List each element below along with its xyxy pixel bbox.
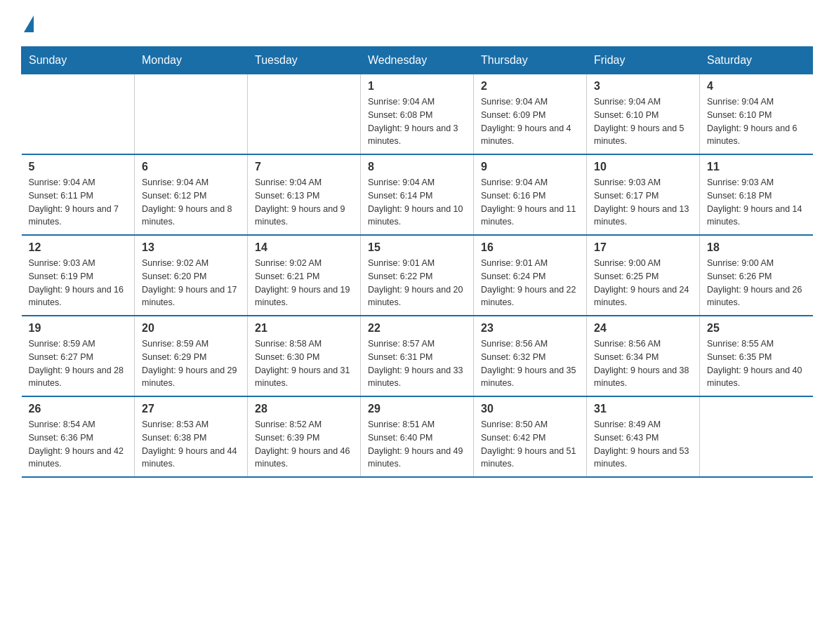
day-header-monday: Monday [135,47,248,74]
logo [21,14,34,32]
day-info: Sunrise: 9:02 AMSunset: 6:21 PMDaylight:… [255,257,353,309]
day-number: 14 [255,241,353,254]
day-number: 13 [142,241,240,254]
day-info: Sunrise: 9:01 AMSunset: 6:24 PMDaylight:… [481,257,579,309]
calendar-cell: 28Sunrise: 8:52 AMSunset: 6:39 PMDayligh… [248,396,361,477]
logo-triangle-icon [24,15,34,32]
day-number: 19 [29,322,128,335]
calendar-cell: 22Sunrise: 8:57 AMSunset: 6:31 PMDayligh… [361,316,474,396]
calendar-header: SundayMondayTuesdayWednesdayThursdayFrid… [22,47,813,74]
calendar-cell [135,74,248,155]
day-info: Sunrise: 9:04 AMSunset: 6:11 PMDaylight:… [29,176,128,229]
day-info: Sunrise: 8:56 AMSunset: 6:34 PMDaylight:… [594,337,692,390]
day-header-saturday: Saturday [700,47,813,74]
calendar-cell: 21Sunrise: 8:58 AMSunset: 6:30 PMDayligh… [248,316,361,396]
calendar-cell: 23Sunrise: 8:56 AMSunset: 6:32 PMDayligh… [474,316,587,396]
calendar-cell: 15Sunrise: 9:01 AMSunset: 6:22 PMDayligh… [361,235,474,316]
calendar-cell [22,74,135,155]
calendar-cell: 4Sunrise: 9:04 AMSunset: 6:10 PMDaylight… [700,74,813,155]
calendar-cell: 2Sunrise: 9:04 AMSunset: 6:09 PMDaylight… [474,74,587,155]
day-info: Sunrise: 8:59 AMSunset: 6:29 PMDaylight:… [142,337,240,390]
calendar-cell: 25Sunrise: 8:55 AMSunset: 6:35 PMDayligh… [700,316,813,396]
day-info: Sunrise: 9:04 AMSunset: 6:14 PMDaylight:… [368,176,466,229]
day-number: 2 [481,80,579,93]
day-number: 27 [142,403,240,415]
day-number: 12 [29,241,128,254]
day-number: 15 [368,241,466,254]
day-header-wednesday: Wednesday [361,47,474,74]
page-header [21,14,813,32]
calendar-cell: 26Sunrise: 8:54 AMSunset: 6:36 PMDayligh… [22,396,135,477]
day-info: Sunrise: 8:57 AMSunset: 6:31 PMDaylight:… [368,337,466,390]
day-info: Sunrise: 9:00 AMSunset: 6:25 PMDaylight:… [594,257,692,309]
day-header-thursday: Thursday [474,47,587,74]
calendar-cell: 12Sunrise: 9:03 AMSunset: 6:19 PMDayligh… [22,235,135,316]
day-number: 3 [594,80,692,93]
calendar-week-1: 5Sunrise: 9:04 AMSunset: 6:11 PMDaylight… [22,154,813,235]
calendar-cell: 18Sunrise: 9:00 AMSunset: 6:26 PMDayligh… [700,235,813,316]
calendar-cell: 19Sunrise: 8:59 AMSunset: 6:27 PMDayligh… [22,316,135,396]
header-row: SundayMondayTuesdayWednesdayThursdayFrid… [22,47,813,74]
day-info: Sunrise: 8:49 AMSunset: 6:43 PMDaylight:… [594,418,692,471]
calendar-cell: 6Sunrise: 9:04 AMSunset: 6:12 PMDaylight… [135,154,248,235]
day-number: 25 [707,322,806,335]
day-number: 31 [594,403,692,415]
calendar-table: SundayMondayTuesdayWednesdayThursdayFrid… [21,46,813,478]
day-info: Sunrise: 8:55 AMSunset: 6:35 PMDaylight:… [707,337,806,390]
day-number: 29 [368,403,466,415]
calendar-cell: 24Sunrise: 8:56 AMSunset: 6:34 PMDayligh… [587,316,700,396]
day-number: 20 [142,322,240,335]
day-info: Sunrise: 9:04 AMSunset: 6:08 PMDaylight:… [368,95,466,148]
day-info: Sunrise: 9:03 AMSunset: 6:18 PMDaylight:… [707,176,806,229]
day-number: 16 [481,241,579,254]
day-number: 18 [707,241,806,254]
day-header-friday: Friday [587,47,700,74]
day-number: 5 [29,161,128,173]
day-info: Sunrise: 8:52 AMSunset: 6:39 PMDaylight:… [255,418,353,471]
calendar-body: 1Sunrise: 9:04 AMSunset: 6:08 PMDaylight… [22,74,813,478]
day-info: Sunrise: 9:01 AMSunset: 6:22 PMDaylight:… [368,257,466,309]
day-info: Sunrise: 9:04 AMSunset: 6:10 PMDaylight:… [594,95,692,148]
day-header-tuesday: Tuesday [248,47,361,74]
day-number: 24 [594,322,692,335]
day-info: Sunrise: 8:53 AMSunset: 6:38 PMDaylight:… [142,418,240,471]
calendar-cell [248,74,361,155]
day-info: Sunrise: 9:04 AMSunset: 6:16 PMDaylight:… [481,176,579,229]
day-number: 26 [29,403,128,415]
calendar-cell: 5Sunrise: 9:04 AMSunset: 6:11 PMDaylight… [22,154,135,235]
calendar-cell: 30Sunrise: 8:50 AMSunset: 6:42 PMDayligh… [474,396,587,477]
day-number: 30 [481,403,579,415]
day-header-sunday: Sunday [22,47,135,74]
day-info: Sunrise: 9:04 AMSunset: 6:12 PMDaylight:… [142,176,240,229]
day-number: 28 [255,403,353,415]
calendar-cell: 9Sunrise: 9:04 AMSunset: 6:16 PMDaylight… [474,154,587,235]
calendar-cell: 31Sunrise: 8:49 AMSunset: 6:43 PMDayligh… [587,396,700,477]
day-number: 21 [255,322,353,335]
calendar-cell: 14Sunrise: 9:02 AMSunset: 6:21 PMDayligh… [248,235,361,316]
day-info: Sunrise: 8:58 AMSunset: 6:30 PMDaylight:… [255,337,353,390]
day-info: Sunrise: 8:51 AMSunset: 6:40 PMDaylight:… [368,418,466,471]
day-info: Sunrise: 9:04 AMSunset: 6:09 PMDaylight:… [481,95,579,148]
calendar-cell: 7Sunrise: 9:04 AMSunset: 6:13 PMDaylight… [248,154,361,235]
calendar-cell: 27Sunrise: 8:53 AMSunset: 6:38 PMDayligh… [135,396,248,477]
calendar-cell: 17Sunrise: 9:00 AMSunset: 6:25 PMDayligh… [587,235,700,316]
calendar-cell: 11Sunrise: 9:03 AMSunset: 6:18 PMDayligh… [700,154,813,235]
day-info: Sunrise: 9:00 AMSunset: 6:26 PMDaylight:… [707,257,806,309]
calendar-week-0: 1Sunrise: 9:04 AMSunset: 6:08 PMDaylight… [22,74,813,155]
day-number: 6 [142,161,240,173]
day-info: Sunrise: 8:56 AMSunset: 6:32 PMDaylight:… [481,337,579,390]
day-number: 10 [594,161,692,173]
day-info: Sunrise: 9:03 AMSunset: 6:19 PMDaylight:… [29,257,128,309]
day-number: 8 [368,161,466,173]
calendar-week-2: 12Sunrise: 9:03 AMSunset: 6:19 PMDayligh… [22,235,813,316]
calendar-cell: 8Sunrise: 9:04 AMSunset: 6:14 PMDaylight… [361,154,474,235]
day-info: Sunrise: 8:54 AMSunset: 6:36 PMDaylight:… [29,418,128,471]
day-number: 1 [368,80,466,93]
day-info: Sunrise: 9:04 AMSunset: 6:10 PMDaylight:… [707,95,806,148]
calendar-cell: 1Sunrise: 9:04 AMSunset: 6:08 PMDaylight… [361,74,474,155]
calendar-cell [700,396,813,477]
day-number: 4 [707,80,806,93]
day-number: 22 [368,322,466,335]
calendar-cell: 20Sunrise: 8:59 AMSunset: 6:29 PMDayligh… [135,316,248,396]
day-info: Sunrise: 8:59 AMSunset: 6:27 PMDaylight:… [29,337,128,390]
